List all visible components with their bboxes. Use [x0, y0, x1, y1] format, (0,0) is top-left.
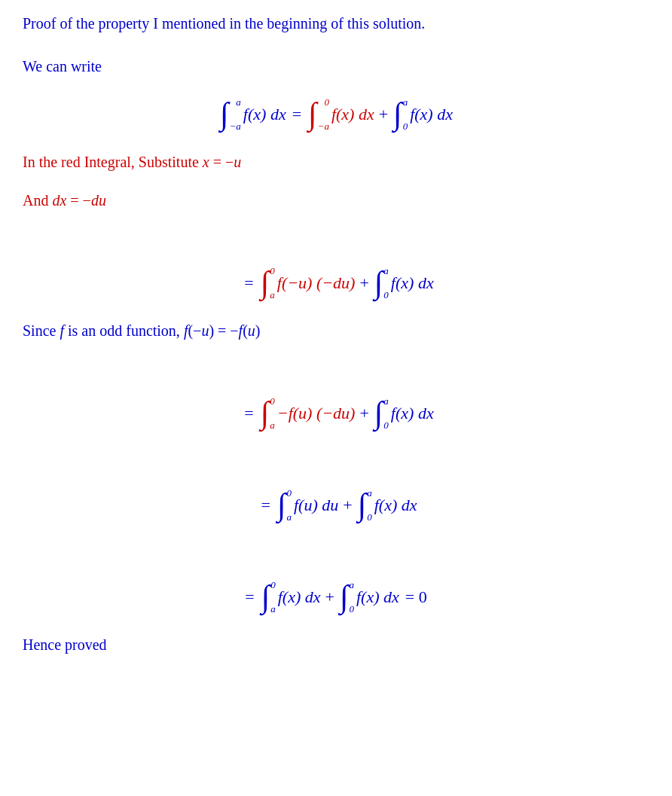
hence-proved: Hence proved	[23, 636, 649, 654]
substitute-line: In the red Integral, Substitute x = −u	[23, 154, 649, 171]
equation-3: = ∫ 0 a −f(u) (−du) + ∫ a 0 f(x) dx	[23, 395, 649, 432]
substitute-text: In the red Integral, Substitute x = −u	[23, 154, 241, 170]
equation-1: ∫ a −a f(x) dx = ∫ 0 −a f(x) dx + ∫ a 0 …	[23, 96, 649, 133]
dx-text: And dx = −du	[23, 192, 106, 209]
title: Proof of the property I mentioned in the…	[23, 15, 649, 32]
equation-4: = ∫ 0 a f(u) du + ∫ a 0 f(x) dx	[23, 487, 649, 523]
equation-5: = ∫ 0 a f(x) dx + ∫ a 0 f(x) dx = 0	[23, 579, 649, 615]
dx-line: And dx = −du	[23, 192, 649, 209]
odd-function-line: Since f is an odd function, f(−u) = −f(u…	[23, 322, 649, 340]
intro-text: We can write	[23, 58, 649, 75]
equation-2: = ∫ 0 a f(−u) (−du) + ∫ a 0 f(x) dx	[23, 265, 649, 301]
